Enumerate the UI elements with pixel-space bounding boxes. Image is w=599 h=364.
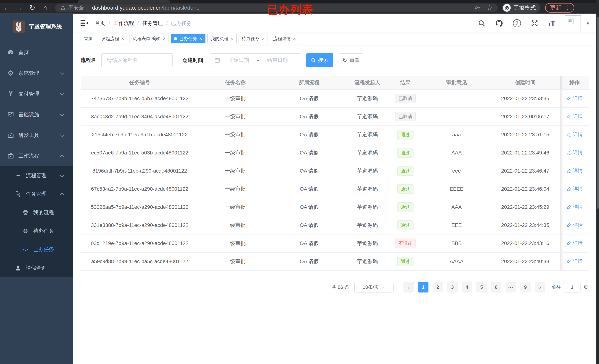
page-button-1[interactable]: 1: [418, 282, 428, 293]
browser-menu-icon[interactable]: ⋮: [565, 7, 570, 9]
detail-link[interactable]: 详情: [566, 95, 583, 101]
end-date-placeholder[interactable]: 结束日期: [259, 57, 296, 64]
sidebar-item-process-mgmt[interactable]: 流程管理: [0, 166, 73, 185]
table-row[interactable]: ec507ae6-7b9a-11ec-b03b-acde48001122 一级审…: [80, 144, 589, 162]
detail-link[interactable]: 详情: [566, 186, 583, 192]
avatar-caret-icon[interactable]: ▾: [587, 20, 589, 26]
home-icon[interactable]: ⌂: [39, 4, 52, 12]
close-icon[interactable]: ×: [231, 36, 233, 42]
close-icon[interactable]: ×: [199, 36, 202, 42]
detail-link[interactable]: 详情: [566, 240, 583, 246]
pagination-total: 共 86 条: [332, 284, 349, 291]
tag-start-process[interactable]: 发起流程×: [98, 34, 127, 44]
tag-my-process[interactable]: 我的流程×: [207, 34, 237, 44]
bookmark-star-icon[interactable]: ☆: [487, 4, 493, 12]
sidebar-item-my-process[interactable]: 我的流程: [0, 203, 73, 222]
sidebar-menu: 首页 ⚙ 系统管理 ¥ 支付管理 基础设施: [0, 34, 73, 277]
key-icon[interactable]: [474, 4, 481, 11]
table-row[interactable]: 74736737-7b9b-11ec-b5b7-acde48001122 一级审…: [80, 89, 589, 107]
table-row[interactable]: a59c9d88-7b99-11ec-ba5c-acde48001122 一级审…: [80, 252, 589, 270]
scrollbar-thumb[interactable]: [597, 17, 599, 209]
page-button-2[interactable]: 2: [432, 282, 443, 293]
monitor-icon: [7, 111, 14, 118]
search-button[interactable]: 搜索: [306, 53, 333, 67]
help-icon[interactable]: ?: [513, 19, 521, 27]
tag-form-edit[interactable]: 流程表单-编辑×: [129, 34, 169, 44]
detail-link[interactable]: 详情: [566, 167, 583, 174]
breadcrumb-home[interactable]: 首页: [95, 20, 105, 27]
close-icon[interactable]: ×: [262, 36, 264, 42]
start-date-placeholder[interactable]: 开始日期: [220, 57, 257, 64]
goto-page-input[interactable]: [564, 282, 581, 293]
list-icon: [14, 172, 22, 179]
reload-icon[interactable]: ↻: [26, 4, 39, 12]
avatar[interactable]: [565, 15, 581, 31]
cell-process: OA 请假: [272, 89, 347, 107]
app-logo[interactable]: 芋道管理系统: [0, 14, 73, 34]
chevron-down-icon: [60, 91, 64, 96]
search-icon[interactable]: [478, 19, 485, 27]
page-button-6[interactable]: 6: [491, 282, 502, 293]
browser-tab[interactable]: [78, 0, 170, 3]
date-range-input[interactable]: 开始日期 - 结束日期: [210, 53, 300, 67]
page-button-9[interactable]: 9: [520, 282, 531, 293]
close-icon[interactable]: ×: [121, 36, 124, 42]
page-button-4[interactable]: 4: [462, 282, 472, 293]
process-name-input[interactable]: [102, 57, 172, 63]
sidebar-item-workflow[interactable]: 工作流程: [0, 146, 73, 166]
cell-task-name: 一级审批: [199, 162, 272, 180]
detail-link[interactable]: 详情: [566, 258, 583, 264]
sidebar-item-infra[interactable]: 基础设施: [0, 104, 73, 125]
reset-button[interactable]: ↻ 重置: [339, 53, 363, 67]
table-row[interactable]: 331e3388-7b9a-11ec-a290-acde48001122 一级审…: [80, 216, 589, 234]
cell-process: OA 请假: [272, 180, 347, 198]
more-pages-button[interactable]: •••: [505, 282, 516, 293]
sidebar-item-todo-tasks[interactable]: 待办任务: [0, 222, 73, 240]
breadcrumb-task-mgmt[interactable]: 任务管理: [142, 20, 163, 27]
table-row[interactable]: 67c534a2-7b9a-11ec-a290-acde48001122 一级审…: [80, 180, 589, 198]
detail-link[interactable]: 详情: [566, 131, 583, 138]
sidebar-item-home[interactable]: 首页: [0, 42, 73, 63]
breadcrumb-workflow[interactable]: 工作流程: [114, 20, 134, 27]
sidebar-item-devtools[interactable]: 研发工具: [0, 125, 73, 146]
detail-link[interactable]: 详情: [566, 204, 583, 210]
page-button-3[interactable]: 3: [447, 282, 458, 293]
tag-process-detail[interactable]: 流程详情×: [270, 34, 299, 44]
detail-link[interactable]: 详情: [566, 222, 583, 228]
sidebar-item-done-tasks[interactable]: 已办任务: [0, 240, 73, 259]
forward-icon[interactable]: →: [13, 4, 26, 12]
cell-task-name: 一级审批: [199, 252, 272, 270]
tag-home[interactable]: 首页: [80, 34, 96, 44]
security-label[interactable]: 不安全: [68, 4, 84, 11]
sidebar-item-payment[interactable]: ¥ 支付管理: [0, 83, 73, 104]
browser-update-button[interactable]: 更新 ⋮: [545, 3, 574, 13]
fullscreen-icon[interactable]: [531, 19, 538, 27]
page-size-select[interactable]: 10条/页: [354, 282, 394, 293]
cell-task-id: 03d1219e-7b9a-11ec-a290-acde48001122: [80, 234, 199, 252]
table-row[interactable]: 215cf4e5-7b9b-11ec-9a1b-acde48001122 一级审…: [80, 126, 589, 144]
github-icon[interactable]: [495, 19, 503, 27]
table-row[interactable]: 8196daff-7b9a-11ec-a290-acde48001122 一级审…: [80, 162, 589, 180]
table-row[interactable]: 53026aa5-7b9a-11ec-a290-acde48001122 一级审…: [80, 198, 589, 216]
detail-link[interactable]: 详情: [566, 113, 583, 120]
tag-todo-tasks[interactable]: 待办任务×: [238, 34, 268, 44]
back-icon[interactable]: ←: [0, 4, 13, 12]
detail-link[interactable]: 详情: [566, 149, 583, 156]
sidebar-item-task-mgmt[interactable]: 任务管理: [0, 185, 73, 203]
sidebar-item-system[interactable]: ⚙ 系统管理: [0, 63, 73, 83]
prev-page-button[interactable]: ‹: [403, 282, 414, 293]
page-scrollbar[interactable]: [596, 0, 599, 364]
cell-process: OA 请假: [272, 107, 347, 126]
table-row[interactable]: 3adac3d2-7b9d-11ec-8404-acde48001122 一级审…: [80, 107, 589, 126]
close-icon[interactable]: ×: [163, 36, 166, 42]
sidebar-collapse-icon[interactable]: [80, 20, 88, 27]
page-button-5[interactable]: 5: [476, 282, 487, 293]
tag-done-tasks[interactable]: 已办任务×: [171, 34, 205, 44]
font-size-icon[interactable]: TT: [548, 19, 555, 27]
sidebar-item-leave-query[interactable]: 请假查询: [0, 259, 73, 277]
close-icon[interactable]: ×: [293, 36, 296, 42]
next-page-button[interactable]: ›: [535, 282, 545, 293]
cell-task-id: a59c9d88-7b99-11ec-ba5c-acde48001122: [80, 252, 199, 270]
table-row[interactable]: 03d1219e-7b9a-11ec-a290-acde48001122 一级审…: [80, 234, 589, 252]
screen: ← → ↻ ⌂ 不安全 dashboard.yudao.iocoder.cn /…: [0, 0, 599, 364]
